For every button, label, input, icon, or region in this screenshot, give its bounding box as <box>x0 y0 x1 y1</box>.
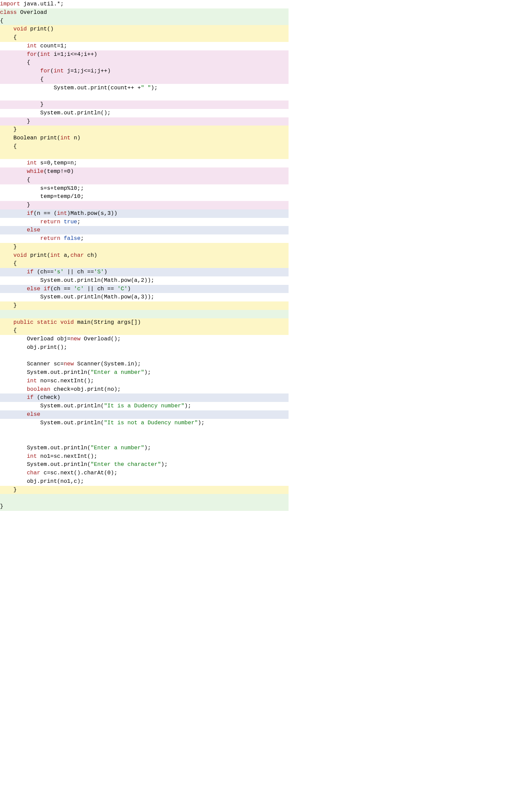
code-line: System.out.print(count++ +" "); <box>0 84 289 92</box>
code-line: { <box>0 142 289 151</box>
code-token-ident: } <box>27 202 30 208</box>
code-line: for(int j=1;j<=i;j++) <box>0 67 289 75</box>
code-block: import java.util.*;class Overload{ void … <box>0 0 289 511</box>
code-line: System.out.println("Enter the character"… <box>0 460 289 469</box>
code-line: { <box>0 326 289 335</box>
code-line: int no=sc.nextInt(); <box>0 377 289 385</box>
code-line <box>0 435 289 444</box>
code-token-kw: else <box>27 227 40 233</box>
code-token-ident: temp=temp/10; <box>40 193 84 200</box>
code-token-kw: if <box>27 394 34 401</box>
code-token-ident: } <box>27 118 30 125</box>
code-token-ident: c=sc.next().charAt(0); <box>40 470 118 476</box>
code-token-ident: } <box>14 244 17 250</box>
code-token-ident: obj.print(no1,c); <box>27 478 84 484</box>
code-token-kw: int <box>40 51 50 58</box>
code-token-kw: for <box>27 51 37 58</box>
code-line: Scanner sc=new Scanner(System.in); <box>0 360 289 368</box>
code-token-ident: ); <box>144 445 151 451</box>
code-line: s=s+temp%10;; <box>0 184 289 193</box>
code-token-bool: true <box>64 219 77 225</box>
code-line: Boolean print(int n) <box>0 134 289 142</box>
code-line: return false; <box>0 234 289 243</box>
code-line: char c=sc.next().charAt(0); <box>0 469 289 477</box>
code-token-ident: Overload(); <box>81 336 121 342</box>
code-token-ident: } <box>14 126 17 133</box>
code-token-kw: while <box>27 168 44 175</box>
code-line: return true; <box>0 218 289 226</box>
code-editor-pane: A Let's Code import java.util.*;class Ov… <box>0 0 289 511</box>
code-line: } <box>0 243 289 251</box>
code-token-str: "Enter a number" <box>90 369 144 376</box>
code-token-ident: ( <box>50 68 54 74</box>
code-line: System.out.println("It is not a Dudency … <box>0 419 289 427</box>
code-token-kw: int <box>27 378 37 384</box>
code-token-ident: System.out.println(Math.pow(a,3)); <box>40 294 154 300</box>
code-line: temp=temp/10; <box>0 193 289 201</box>
code-line: else <box>0 410 289 419</box>
code-token-ident: print() <box>27 26 54 32</box>
code-token-kw: int <box>60 135 70 141</box>
code-token-kw: else if <box>27 286 50 292</box>
code-token-ident: } <box>14 302 17 309</box>
code-token-ident: ; <box>77 219 81 225</box>
code-token-ident <box>60 235 64 242</box>
code-token-ident: { <box>14 143 17 150</box>
code-line: else <box>0 226 289 234</box>
code-token-ident: Overload obj= <box>27 336 70 342</box>
code-token-ident: System.out.println(Math.pow(a,2)); <box>40 277 154 284</box>
code-token-ident: ); <box>161 461 168 468</box>
code-token-kw: void <box>14 26 27 32</box>
code-line: if (check) <box>0 393 289 402</box>
code-token-ident: )Math.pow(s,3)) <box>67 210 118 217</box>
code-line <box>0 352 289 360</box>
code-line: void print() <box>0 25 289 33</box>
code-token-ident: ; <box>81 235 84 242</box>
code-line: } <box>0 486 289 494</box>
code-token-ident: main(String args[]) <box>74 319 141 325</box>
code-line: System.out.println("It is a Dudency numb… <box>0 402 289 410</box>
code-token-ident: { <box>14 260 17 267</box>
code-token-ident: Boolean print( <box>14 135 61 141</box>
code-token-ident: { <box>27 177 30 183</box>
code-line: else if(ch == 'c' || ch == 'C') <box>0 285 289 293</box>
code-line: class Overload <box>0 8 289 17</box>
code-token-ident <box>14 152 17 158</box>
code-token-ident: || ch == <box>64 269 94 275</box>
code-token-ident: n) <box>70 135 81 141</box>
code-token-ident: System.out.println( <box>40 403 104 409</box>
code-line: System.out.println("Enter a number"); <box>0 368 289 377</box>
code-token-kw: else <box>27 411 40 418</box>
code-token-bool: false <box>64 235 81 242</box>
code-token-ident: ch) <box>84 252 98 258</box>
code-line: if (ch=='s' || ch =='S') <box>0 268 289 276</box>
code-token-kw: int <box>27 453 37 459</box>
code-token-ident: { <box>0 18 3 24</box>
code-token-ident: (ch== <box>34 269 54 275</box>
code-line: System.out.println("Enter a number"); <box>0 444 289 452</box>
code-line: } <box>0 301 289 310</box>
code-token-kw: import <box>0 1 20 7</box>
code-token-kw: char <box>70 252 84 258</box>
code-token-str: "Enter the character" <box>90 461 161 468</box>
code-token-str: " " <box>141 85 151 91</box>
code-token-ident: Scanner sc= <box>27 361 64 367</box>
code-token-str: 'S' <box>94 269 104 275</box>
code-line: boolean check=obj.print(no); <box>0 385 289 394</box>
code-line: int no1=sc.nextInt(); <box>0 452 289 461</box>
code-token-kw: char <box>27 470 40 476</box>
code-line <box>0 310 289 318</box>
code-line <box>0 427 289 435</box>
code-token-ident <box>0 495 3 501</box>
code-token-ident: i=1;i<=4;i++) <box>50 51 98 58</box>
code-token-ident: System.out.println( <box>27 445 90 451</box>
code-token-ident: no=sc.nextInt(); <box>37 378 94 384</box>
code-token-ident: Scanner(System.in); <box>74 361 141 367</box>
code-line: System.out.println(Math.pow(a,2)); <box>0 276 289 285</box>
code-line: Overload obj=new Overload(); <box>0 335 289 343</box>
code-line: { <box>0 176 289 184</box>
code-line <box>0 494 289 502</box>
code-token-ident: || ch == <box>84 286 118 292</box>
code-token-ident: obj.print(); <box>27 344 67 351</box>
code-line: public static void main(String args[]) <box>0 318 289 327</box>
